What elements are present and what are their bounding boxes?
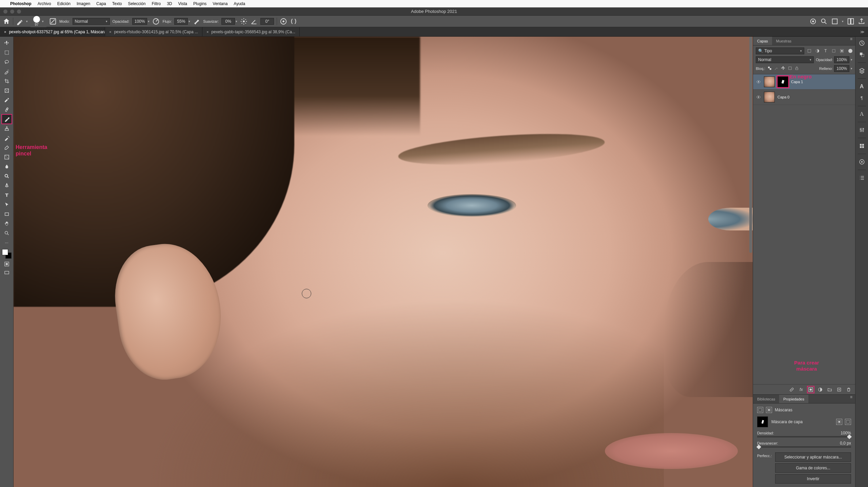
tool-preset-picker[interactable] [16,18,23,25]
minimize-window-button[interactable] [10,10,14,14]
type-tool[interactable] [2,191,12,200]
layer-mask-thumbnail[interactable] [777,76,788,87]
glyphs-panel-icon[interactable]: A [857,110,866,118]
feather-slider[interactable] [757,446,851,448]
chevron-down-icon[interactable]: ▾ [236,20,237,23]
lock-artboard-icon[interactable] [788,66,792,72]
link-layers-icon[interactable] [789,387,795,393]
layer-name[interactable]: Capa 1 [791,80,803,84]
close-tab-icon[interactable]: × [109,30,111,34]
move-tool[interactable] [2,39,12,48]
visibility-toggle[interactable] [756,94,761,100]
menu-texto[interactable]: Texto [112,1,122,6]
search-icon[interactable] [820,18,828,25]
frame-tool[interactable] [2,86,12,95]
share-icon[interactable] [858,18,865,25]
invert-button[interactable]: Invertir [775,474,851,484]
menu-seleccion[interactable]: Selección [128,1,145,6]
lasso-tool[interactable] [2,58,12,67]
new-group-icon[interactable] [827,387,833,393]
airbrush-toggle[interactable] [193,18,200,25]
feather-value[interactable]: 0,0 px [840,441,851,446]
pen-tool[interactable] [2,181,12,190]
layer-thumbnail[interactable] [764,92,775,102]
visibility-toggle[interactable] [756,79,761,85]
chevron-down-icon[interactable]: ▾ [189,20,190,23]
color-range-button[interactable]: Gama de colores... [775,463,851,473]
document-tab[interactable]: × pexels-gabb-tapic-3568543.jpg al 38,9%… [202,27,300,36]
filter-type-icon[interactable]: T [823,48,829,54]
close-tab-icon[interactable]: × [4,30,6,34]
history-panel-icon[interactable] [857,39,866,48]
hand-tool[interactable] [2,219,12,228]
arrange-documents-icon[interactable] [831,18,839,25]
chevron-down-icon[interactable]: ▾ [842,20,844,23]
close-window-button[interactable] [3,10,7,14]
brush-preset-picker[interactable]: 97 ▾ [31,15,46,27]
quick-select-tool[interactable] [2,67,12,76]
flow-input[interactable]: 55% [174,18,188,25]
home-button[interactable] [3,18,10,25]
eyedropper-tool[interactable] [2,96,12,105]
vertical-scrollbar[interactable] [749,37,752,253]
angle-icon[interactable] [250,18,258,25]
foreground-color[interactable] [2,249,8,255]
menu-edicion[interactable]: Edición [57,1,71,6]
menu-archivo[interactable]: Archivo [38,1,51,6]
opacity-input[interactable]: 100% [132,18,147,25]
menu-ayuda[interactable]: Ayuda [234,1,245,6]
lock-transparency-icon[interactable] [767,66,772,72]
blend-mode-dropdown[interactable]: Normal ▾ [73,18,110,25]
character-panel-icon[interactable]: A [857,82,866,91]
fill-input[interactable]: 100% [834,65,849,72]
opacity-pressure-toggle[interactable] [152,18,160,25]
rectangle-tool[interactable] [2,210,12,219]
filter-smart-icon[interactable] [839,48,845,54]
lock-all-icon[interactable] [794,66,799,72]
layer-opacity-input[interactable]: 100% [834,56,849,63]
filter-toggle[interactable] [848,49,852,53]
symmetry-button[interactable] [290,18,297,25]
paragraph-panel-icon[interactable]: ¶ [857,94,866,102]
color-swatches[interactable] [2,249,12,259]
layer-row[interactable]: Capa 0 [753,90,855,105]
adjustments-panel-icon[interactable] [857,126,866,134]
brush-tool[interactable] [2,115,12,124]
chevron-down-icon[interactable]: ▾ [26,20,28,23]
layer-filter-type[interactable]: 🔍 Tipo ▾ [756,48,804,54]
menu-imagen[interactable]: Imagen [77,1,90,6]
chevron-down-icon[interactable]: ▾ [851,67,852,70]
new-layer-icon[interactable] [836,387,842,393]
quick-mask-toggle[interactable] [3,261,11,267]
select-and-mask-button[interactable]: Seleccionar y aplicar máscara... [775,452,851,462]
tab-layers[interactable]: Capas [753,37,772,45]
add-pixel-mask-icon[interactable] [836,419,842,425]
chevron-down-icon[interactable]: ▾ [148,20,150,23]
gradient-tool[interactable] [2,153,12,162]
styles-panel-icon[interactable] [857,142,866,150]
document-tab[interactable]: × pexels-shotpot-6337527.jpg al 65% (Cap… [0,27,105,36]
tab-properties[interactable]: Propiedades [779,395,808,403]
menu-plugins[interactable]: Plugins [193,1,206,6]
marquee-tool[interactable] [2,48,12,57]
lock-image-icon[interactable] [774,66,779,72]
workspace-switcher-icon[interactable] [847,18,854,25]
lock-position-icon[interactable] [781,66,786,72]
cloud-docs-icon[interactable] [809,18,817,25]
adjustment-layer-icon[interactable] [817,387,823,393]
eraser-tool[interactable] [2,143,12,152]
menu-ventana[interactable]: Ventana [213,1,228,6]
close-tab-icon[interactable]: × [206,30,209,34]
tab-libraries[interactable]: Bibliotecas [753,395,779,403]
layer-style-icon[interactable]: fx [798,387,804,393]
add-mask-icon[interactable] [808,387,814,393]
color-panel-icon[interactable] [857,50,866,59]
angle-input[interactable]: 0° [260,18,274,25]
history-brush-tool[interactable] [2,134,12,143]
canvas[interactable] [14,37,753,487]
smooth-input[interactable]: 0% [221,18,235,25]
add-vector-mask-icon[interactable] [845,419,851,425]
crop-tool[interactable] [2,77,12,86]
dodge-tool[interactable] [2,172,12,181]
filter-pixel-icon[interactable] [806,48,812,54]
